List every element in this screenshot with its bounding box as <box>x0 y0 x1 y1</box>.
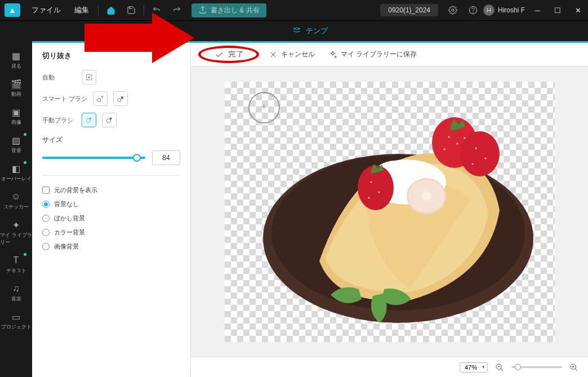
svg-point-24 <box>471 163 473 165</box>
svg-point-20 <box>443 148 445 150</box>
sparkle-icon <box>328 50 337 59</box>
zoom-slider[interactable] <box>511 366 562 368</box>
minimize-icon[interactable]: ─ <box>527 0 547 20</box>
cutout-image <box>252 97 539 329</box>
rail-text[interactable]: Tテキスト <box>0 251 32 279</box>
manual-brush-add[interactable] <box>82 113 96 127</box>
zoom-in-icon[interactable] <box>568 361 580 374</box>
video-icon: 🎬 <box>11 79 21 89</box>
left-rail: ▦戻る 🎬動画 ▣画像 ▨背景 ◧オーバーレイ ☺ステッカー ✦マイ ライブラリ… <box>0 43 32 377</box>
overlay-icon: ◧ <box>11 163 21 174</box>
maximize-icon[interactable]: ☐ <box>547 0 568 20</box>
cancel-button[interactable]: キャンセル <box>269 50 315 59</box>
auto-cutout-button[interactable] <box>82 70 96 85</box>
manual-brush-remove[interactable] <box>102 113 117 127</box>
sparkle-icon: ✦ <box>11 220 21 230</box>
svg-point-23 <box>484 157 486 159</box>
menu-edit[interactable]: 編集 <box>68 5 96 15</box>
smart-brush-remove[interactable] <box>113 91 128 106</box>
svg-point-17 <box>422 192 431 201</box>
svg-point-18 <box>448 136 449 138</box>
divider <box>42 175 180 176</box>
export-label: 書き出し & 共有 <box>211 6 260 15</box>
undo-icon[interactable] <box>146 0 167 20</box>
svg-point-21 <box>464 137 465 139</box>
radio-icon <box>42 229 50 236</box>
menu-file[interactable]: ファイル <box>25 5 68 15</box>
rail-library[interactable]: ✦マイ ライブラリー <box>0 215 32 251</box>
settings-icon[interactable] <box>443 0 463 20</box>
done-button[interactable]: 完了 <box>202 46 255 63</box>
music-icon: ♫ <box>11 283 21 294</box>
check-icon <box>214 50 224 59</box>
rail-background[interactable]: ▨背景 <box>0 131 32 159</box>
svg-point-6 <box>86 119 90 123</box>
project-icon: ▭ <box>11 312 21 322</box>
bg-icon: ▨ <box>11 135 21 145</box>
redo-icon[interactable] <box>167 0 187 20</box>
opt-no-bg[interactable]: 背景なし <box>42 200 180 209</box>
tab-template-label: テンプ <box>306 26 328 36</box>
radio-icon <box>42 243 50 250</box>
zoom-out-icon[interactable] <box>493 361 506 374</box>
canvas-viewport[interactable]: + <box>191 66 588 357</box>
rail-back[interactable]: ▦戻る <box>0 46 32 74</box>
rail-image[interactable]: ▣画像 <box>0 103 32 131</box>
image-icon: ▣ <box>11 107 21 117</box>
canvas-checkerboard: + <box>225 82 555 342</box>
smart-brush-add[interactable] <box>93 91 108 106</box>
zoom-select[interactable]: 47% <box>460 362 488 372</box>
text-icon: T <box>11 255 21 265</box>
avatar: H <box>483 5 495 16</box>
app-logo[interactable]: ▲ <box>5 3 20 17</box>
close-icon <box>269 50 278 59</box>
size-slider[interactable] <box>42 157 145 159</box>
cutout-panel: 切り抜き 自動 スマート ブラシ 手動ブラシ サイズ 84 元の背景を表示 背景… <box>32 43 191 377</box>
radio-icon <box>42 201 50 208</box>
document-name[interactable]: 0920(1)_2024 <box>380 4 438 16</box>
svg-point-5 <box>118 98 121 101</box>
size-label: サイズ <box>42 136 63 144</box>
rail-music[interactable]: ♫音楽 <box>0 279 32 307</box>
canvas-footer: 47% <box>191 357 588 377</box>
svg-point-25 <box>370 181 372 183</box>
opt-show-original[interactable]: 元の背景を表示 <box>42 186 180 194</box>
svg-point-13 <box>460 131 500 176</box>
svg-point-0 <box>452 9 454 11</box>
divider <box>144 5 144 15</box>
svg-point-4 <box>97 98 101 101</box>
svg-point-27 <box>368 197 369 198</box>
smart-brush-label: スマート ブラシ <box>42 95 87 103</box>
rail-sticker[interactable]: ☺ステッカー <box>0 187 32 215</box>
divider <box>98 5 99 15</box>
rail-overlay[interactable]: ◧オーバーレイ <box>0 159 32 187</box>
opt-image-bg[interactable]: 画像背景 <box>42 242 180 251</box>
rail-video[interactable]: 🎬動画 <box>0 74 32 103</box>
svg-point-26 <box>378 191 380 193</box>
rail-project[interactable]: ▭プロジェクト <box>0 307 32 335</box>
home-icon[interactable] <box>101 0 121 20</box>
manual-brush-label: 手動ブラシ <box>42 116 76 125</box>
tab-template[interactable]: テンプ <box>32 21 588 43</box>
grid-icon: ▦ <box>11 51 21 61</box>
radio-icon <box>42 215 50 222</box>
help-icon[interactable] <box>463 0 483 20</box>
svg-point-1 <box>469 6 476 14</box>
svg-point-2 <box>473 12 474 12</box>
user-menu[interactable]: H Hiroshi F <box>483 5 525 16</box>
export-button[interactable]: 書き出し & 共有 <box>191 3 266 17</box>
panel-title: 切り抜き <box>42 51 180 61</box>
auto-label: 自動 <box>42 73 76 82</box>
user-name: Hiroshi F <box>498 6 525 14</box>
opt-blur-bg[interactable]: ぼかし背景 <box>42 214 180 223</box>
checkbox-icon <box>42 187 50 194</box>
sticker-icon: ☺ <box>11 192 21 202</box>
save-to-library-button[interactable]: マイ ライブラリーに保存 <box>328 50 417 59</box>
svg-point-19 <box>456 143 458 144</box>
svg-point-22 <box>475 147 476 149</box>
canvas-toolbar: 完了 キャンセル マイ ライブラリーに保存 <box>191 43 588 66</box>
size-value[interactable]: 84 <box>152 150 180 165</box>
close-icon[interactable]: ✕ <box>568 0 588 20</box>
save-icon[interactable] <box>121 0 141 20</box>
opt-color-bg[interactable]: カラー背景 <box>42 228 180 237</box>
